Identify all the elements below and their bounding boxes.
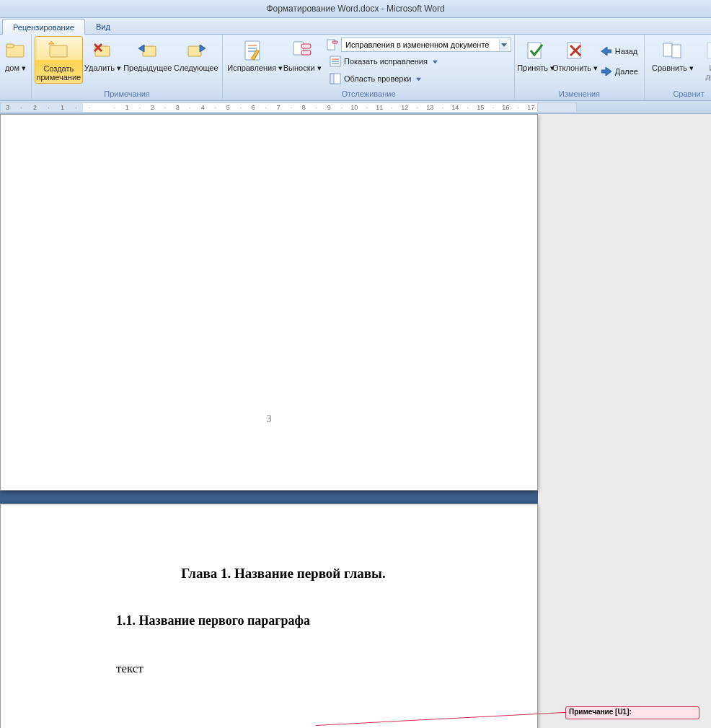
home-partial-label: дом ▾ — [5, 63, 26, 72]
title-bar: Форматирование Word.docx - Microsoft Wor… — [0, 0, 711, 18]
balloons-button[interactable]: Выноски ▾ — [281, 36, 324, 74]
svg-marker-9 — [138, 45, 144, 52]
track-changes-label: Исправления ▾ — [227, 63, 279, 72]
page-number: 3 — [267, 413, 272, 425]
chevron-down-icon — [433, 59, 438, 64]
window-title: Форматирование Word.docx - Microsoft Wor… — [266, 4, 444, 14]
track-changes-icon — [242, 39, 265, 62]
tab-review[interactable]: Рецензирование — [2, 19, 85, 35]
page[interactable]: Глава 1. Название первой главы. 1.1. Наз… — [0, 504, 538, 728]
svg-rect-8 — [143, 46, 156, 56]
document-area[interactable]: 3 Глава 1. Название первой главы. 1.1. Н… — [0, 114, 711, 728]
page[interactable]: 3 — [0, 114, 538, 491]
horizontal-ruler[interactable]: 3211234567891011121314151617 — [0, 101, 711, 114]
balloons-icon — [291, 39, 314, 62]
source-docs-label: Ис доку — [706, 63, 711, 81]
reject-button[interactable]: Отклонить ▾ — [554, 36, 596, 74]
svg-rect-39 — [672, 45, 681, 58]
show-markup-button[interactable]: Показать исправления — [327, 53, 511, 69]
accept-label: Принять ▾ — [517, 63, 555, 72]
changes-next-button[interactable]: Далее — [598, 63, 641, 79]
svg-marker-31 — [416, 77, 421, 80]
svg-marker-11 — [200, 45, 206, 52]
svg-rect-40 — [707, 43, 711, 58]
arrow-right-icon — [601, 66, 612, 77]
chevron-down-icon — [499, 39, 508, 51]
reviewing-pane-icon — [330, 73, 341, 84]
svg-rect-30 — [330, 74, 334, 84]
arrow-left-icon — [601, 45, 612, 57]
new-comment-icon — [47, 40, 70, 63]
compare-button[interactable]: Сравнить ▾ — [648, 36, 698, 74]
svg-marker-28 — [433, 60, 438, 63]
changes-next-label: Далее — [615, 67, 638, 76]
chevron-down-icon — [416, 76, 421, 82]
accept-button[interactable]: Принять ▾ — [518, 36, 554, 74]
show-markup-icon — [330, 56, 341, 67]
reviewing-pane-button[interactable]: Область проверки — [327, 71, 511, 87]
balloons-label: Выноски ▾ — [283, 63, 322, 72]
delete-comment-label: Удалить ▾ — [84, 63, 121, 72]
section-heading: 1.1. Название первого параграфа — [116, 613, 494, 628]
display-for-review-combo[interactable]: Исправления в измененном документе — [341, 38, 511, 52]
next-comment-icon — [185, 39, 208, 62]
new-comment-button[interactable]: Создать примечание — [35, 36, 83, 84]
svg-marker-36 — [601, 47, 611, 56]
changes-prev-label: Назад — [615, 47, 638, 56]
tab-view[interactable]: Вид — [85, 18, 121, 34]
next-comment-button[interactable]: Следующее — [173, 36, 219, 74]
prev-comment-button[interactable]: Предыдущее — [123, 36, 172, 74]
markup-area — [538, 114, 711, 728]
changes-prev-button[interactable]: Назад — [598, 43, 641, 59]
prev-comment-icon — [136, 39, 159, 62]
prev-comment-label: Предыдущее — [123, 63, 172, 72]
svg-rect-1 — [6, 44, 14, 48]
reject-label: Отклонить ▾ — [552, 63, 598, 72]
compare-label: Сравнить ▾ — [652, 63, 694, 72]
svg-rect-19 — [301, 44, 311, 48]
svg-rect-2 — [50, 45, 67, 57]
ribbon-tabs: Рецензирование Вид — [0, 18, 711, 35]
doc-icon — [702, 39, 711, 62]
tracking-group-label: Отслеживание — [223, 88, 514, 100]
display-for-review-value: Исправления в измененном документе — [345, 40, 489, 49]
home-partial-button[interactable]: дом ▾ — [3, 36, 28, 74]
accept-icon — [524, 39, 547, 62]
delete-comment-button[interactable]: Удалить ▾ — [83, 36, 123, 74]
reject-icon — [564, 39, 587, 62]
new-comment-label: Создать примечание — [36, 64, 81, 82]
changes-group-label: Изменения — [515, 88, 644, 100]
show-markup-label: Показать исправления — [344, 57, 428, 66]
svg-rect-22 — [332, 41, 337, 43]
reviewing-pane-label: Область проверки — [344, 74, 411, 83]
svg-rect-10 — [188, 46, 201, 56]
compare-icon — [661, 39, 684, 62]
folder-icon — [4, 39, 27, 62]
delete-comment-icon — [91, 39, 114, 62]
track-changes-button[interactable]: Исправления ▾ — [226, 36, 281, 74]
compare-group-label: Сравнит — [645, 88, 711, 100]
display-for-review-icon — [327, 39, 338, 51]
body-text: текст — [116, 662, 494, 676]
source-docs-button[interactable]: Ис доку — [698, 36, 711, 82]
comment-balloon[interactable]: Примечание [U1]: — [565, 706, 699, 719]
svg-rect-38 — [663, 43, 672, 56]
chapter-heading: Глава 1. Название первой главы. — [73, 566, 494, 582]
comment-label: Примечание [U1]: — [569, 708, 632, 716]
ribbon: дом ▾ Создать примечание Удалить ▾ — [0, 35, 711, 101]
svg-rect-20 — [301, 51, 311, 55]
svg-marker-37 — [601, 67, 611, 76]
comments-group-label: Примечания — [32, 88, 222, 100]
next-comment-label: Следующее — [174, 63, 218, 72]
svg-marker-23 — [501, 43, 507, 47]
